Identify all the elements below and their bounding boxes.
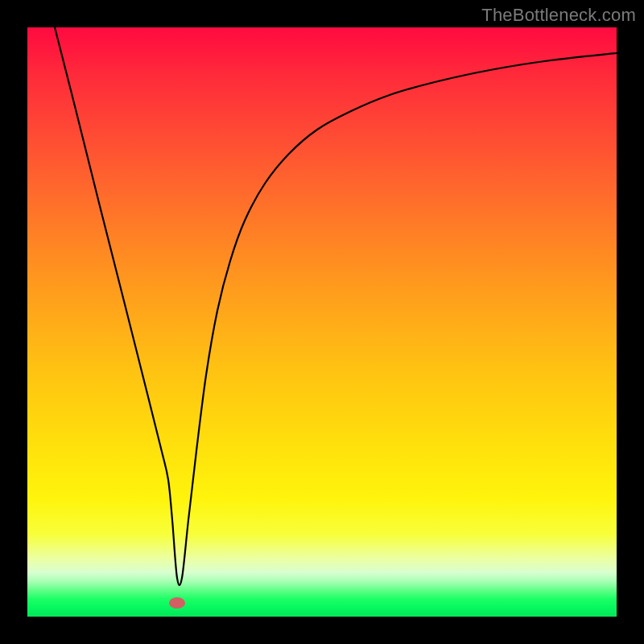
chart-frame: TheBottleneck.com <box>0 0 644 644</box>
optimal-point-marker <box>169 597 185 609</box>
curve-layer <box>27 27 617 617</box>
watermark-text: TheBottleneck.com <box>481 5 636 26</box>
bottleneck-curve <box>55 27 617 585</box>
plot-area <box>27 27 617 617</box>
